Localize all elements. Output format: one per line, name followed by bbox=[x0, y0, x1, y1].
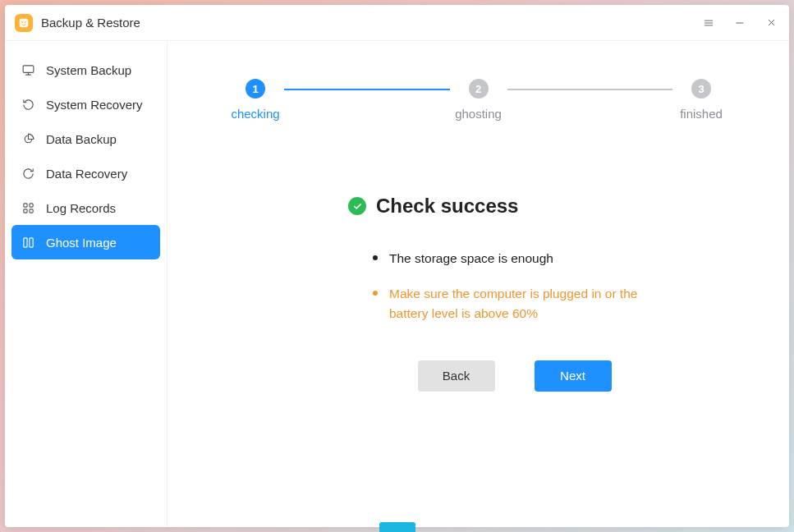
app-logo-icon bbox=[15, 14, 33, 32]
svg-point-1 bbox=[21, 21, 23, 22]
monitor-icon bbox=[20, 62, 36, 78]
step-number: 3 bbox=[691, 79, 711, 99]
sidebar-item-data-recovery[interactable]: Data Recovery bbox=[11, 156, 160, 190]
menu-icon[interactable] bbox=[700, 15, 717, 31]
app-window: Backup & Restore System Backup bbox=[5, 5, 789, 527]
svg-rect-0 bbox=[20, 18, 29, 27]
sidebar-item-log-records[interactable]: Log Records bbox=[11, 190, 160, 225]
step-connector bbox=[284, 89, 450, 90]
step-number: 2 bbox=[469, 79, 489, 99]
footer-buttons: Back Next bbox=[348, 360, 681, 392]
restore-icon bbox=[20, 96, 36, 112]
bullet-dot-icon bbox=[373, 291, 378, 296]
bullet-text: Make sure the computer is plugged in or … bbox=[389, 284, 644, 323]
close-icon[interactable] bbox=[763, 15, 779, 31]
svg-point-2 bbox=[25, 21, 26, 22]
step-connector bbox=[507, 89, 673, 90]
step-finished: 3 finished bbox=[672, 79, 730, 121]
sidebar-item-data-backup[interactable]: Data Backup bbox=[11, 122, 160, 156]
bottom-handle-icon bbox=[379, 522, 415, 532]
titlebar: Backup & Restore bbox=[5, 5, 789, 41]
step-ghosting: 2 ghosting bbox=[450, 79, 507, 121]
sidebar-item-label: Log Records bbox=[46, 201, 116, 215]
grid-icon bbox=[20, 200, 36, 216]
refresh-icon bbox=[20, 165, 36, 181]
svg-rect-3 bbox=[23, 65, 34, 72]
back-button[interactable]: Back bbox=[418, 360, 495, 392]
svg-rect-6 bbox=[23, 209, 26, 212]
sidebar-item-system-recovery[interactable]: System Recovery bbox=[11, 87, 160, 122]
step-checking: 1 checking bbox=[227, 79, 284, 121]
disk-icon bbox=[20, 131, 36, 147]
sidebar-item-label: Ghost Image bbox=[46, 236, 117, 250]
bullet-power-warning: Make sure the computer is plugged in or … bbox=[373, 284, 681, 323]
status-title: Check success bbox=[376, 195, 518, 218]
sidebar-item-label: Data Recovery bbox=[46, 167, 127, 181]
sidebar: System Backup System Recovery Data Backu… bbox=[5, 41, 168, 527]
status-bullets: The storage space is enough Make sure th… bbox=[348, 249, 681, 323]
svg-rect-7 bbox=[29, 209, 32, 212]
bullet-text: The storage space is enough bbox=[389, 249, 553, 268]
columns-icon bbox=[20, 234, 36, 250]
sidebar-item-label: System Backup bbox=[46, 63, 131, 77]
svg-rect-8 bbox=[23, 237, 26, 246]
next-button[interactable]: Next bbox=[535, 360, 612, 392]
step-label: checking bbox=[231, 107, 279, 121]
content: Check success The storage space is enoug… bbox=[227, 195, 730, 392]
bullet-storage: The storage space is enough bbox=[373, 249, 681, 268]
step-label: ghosting bbox=[455, 107, 502, 121]
sidebar-item-system-backup[interactable]: System Backup bbox=[11, 53, 160, 87]
step-label: finished bbox=[680, 107, 723, 121]
step-number: 1 bbox=[246, 79, 265, 99]
check-success-icon bbox=[348, 197, 366, 215]
stepper: 1 checking 2 ghosting 3 finished bbox=[227, 79, 730, 121]
bullet-dot-icon bbox=[373, 255, 378, 260]
status-row: Check success bbox=[348, 195, 681, 218]
sidebar-item-label: Data Backup bbox=[46, 132, 117, 146]
sidebar-item-label: System Recovery bbox=[46, 98, 143, 112]
svg-rect-9 bbox=[29, 237, 32, 246]
body: System Backup System Recovery Data Backu… bbox=[5, 41, 789, 527]
sidebar-item-ghost-image[interactable]: Ghost Image bbox=[11, 225, 160, 259]
svg-rect-4 bbox=[23, 203, 26, 206]
window-controls bbox=[700, 15, 779, 31]
svg-rect-5 bbox=[29, 203, 32, 206]
minimize-icon[interactable] bbox=[732, 15, 748, 31]
app-title: Backup & Restore bbox=[41, 16, 140, 30]
main-panel: 1 checking 2 ghosting 3 finished bbox=[168, 41, 789, 527]
